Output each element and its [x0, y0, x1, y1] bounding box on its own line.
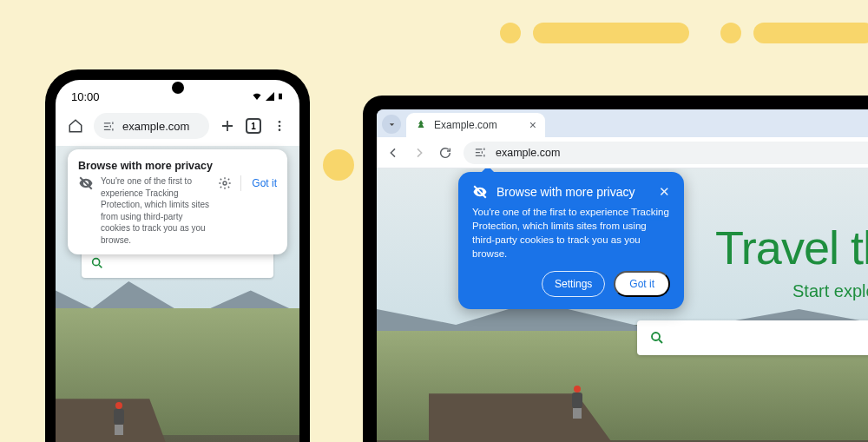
reload-button[interactable] — [437, 146, 453, 160]
mobile-popup-title: Browse with more privacy — [78, 160, 277, 172]
overflow-menu[interactable] — [270, 116, 289, 135]
laptop-frame: Example.com × example.com — [363, 96, 868, 442]
gear-icon[interactable] — [218, 176, 232, 190]
decoration-top-1 — [500, 23, 689, 43]
gotit-button[interactable]: Got it — [614, 271, 670, 297]
forward-button[interactable] — [411, 146, 427, 160]
browser-tab[interactable]: Example.com × — [406, 113, 545, 137]
desktop-page-search[interactable] — [637, 320, 868, 355]
home-icon[interactable] — [66, 116, 85, 135]
eye-off-icon — [78, 175, 94, 191]
phone-screen: 10:00 example.com 1 — [56, 80, 299, 442]
tune-icon — [102, 120, 115, 133]
new-tab-button[interactable] — [218, 116, 237, 135]
battery-icon — [277, 91, 284, 102]
tune-icon — [474, 146, 487, 159]
svg-point-3 — [279, 129, 281, 131]
search-icon — [90, 256, 104, 270]
eye-off-icon — [472, 184, 488, 200]
desktop-toolbar: example.com — [377, 137, 868, 168]
mobile-popup-body: You're one of the first to experience Tr… — [101, 175, 211, 246]
tab-strip: Example.com × — [377, 109, 868, 137]
hiker-illustration — [109, 402, 128, 435]
decoration-side — [323, 149, 354, 181]
search-icon — [649, 330, 665, 346]
desktop-page-headline: Travel the — [715, 221, 868, 274]
status-icons — [251, 91, 284, 102]
favicon-tree-icon — [415, 119, 427, 131]
status-time: 10:00 — [71, 90, 100, 103]
laptop-screen: Example.com × example.com — [377, 109, 868, 442]
decoration-top-2 — [720, 23, 868, 43]
hiker-illustration — [568, 386, 587, 419]
svg-point-2 — [279, 125, 281, 128]
phone-camera — [172, 82, 184, 94]
mobile-popup-gotit[interactable]: Got it — [240, 175, 277, 191]
desktop-url: example.com — [496, 147, 560, 159]
desktop-privacy-popup: Browse with more privacy ✕ You're one of… — [458, 172, 684, 309]
svg-line-9 — [659, 340, 662, 343]
svg-point-4 — [93, 259, 100, 266]
desktop-viewport: Travel the Start exploring Browse with m… — [377, 168, 868, 442]
svg-point-1 — [279, 121, 281, 123]
tab-search-button[interactable] — [382, 115, 401, 134]
mobile-privacy-popup: Browse with more privacy You're one of t… — [68, 149, 287, 254]
signal-icon — [265, 91, 275, 102]
svg-point-8 — [652, 333, 660, 340]
desktop-page-subhead: Start exploring — [792, 281, 868, 301]
phone-viewport: Start exploring today Browse with more p… — [56, 146, 299, 442]
phone-toolbar: example.com 1 — [56, 108, 299, 146]
tab-switcher[interactable]: 1 — [246, 118, 261, 134]
mobile-url: example.com — [122, 120, 189, 133]
mobile-addressbar[interactable]: example.com — [94, 113, 209, 139]
wifi-icon — [251, 91, 263, 102]
settings-button[interactable]: Settings — [542, 271, 605, 297]
phone-frame: 10:00 example.com 1 — [45, 69, 310, 442]
close-icon[interactable]: ✕ — [659, 184, 670, 200]
desktop-popup-body: You're one of the first to experience Tr… — [472, 205, 670, 261]
svg-point-7 — [223, 181, 227, 185]
desktop-addressbar[interactable]: example.com — [464, 142, 868, 164]
back-button[interactable] — [385, 146, 401, 160]
close-icon[interactable]: × — [529, 118, 536, 132]
desktop-popup-title: Browse with more privacy — [496, 185, 635, 199]
tab-title: Example.com — [434, 119, 497, 131]
svg-rect-0 — [279, 94, 282, 100]
svg-line-5 — [99, 265, 102, 267]
